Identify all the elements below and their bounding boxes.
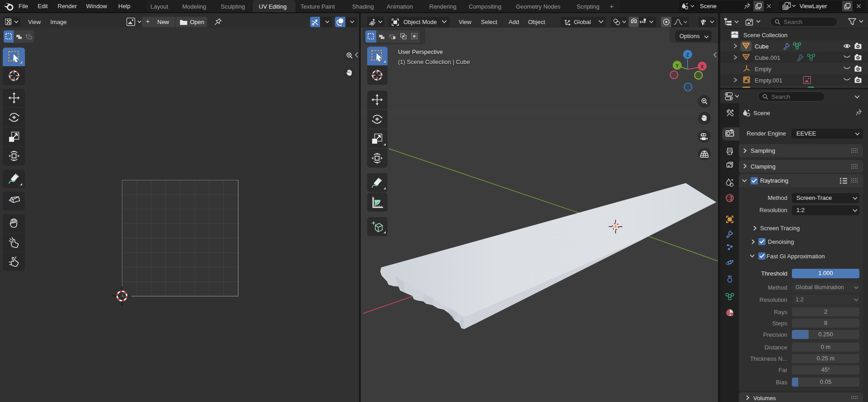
svg-text:X: X (700, 64, 704, 69)
svg-text:Y: Y (675, 63, 679, 68)
svg-text:Z: Z (686, 52, 689, 58)
